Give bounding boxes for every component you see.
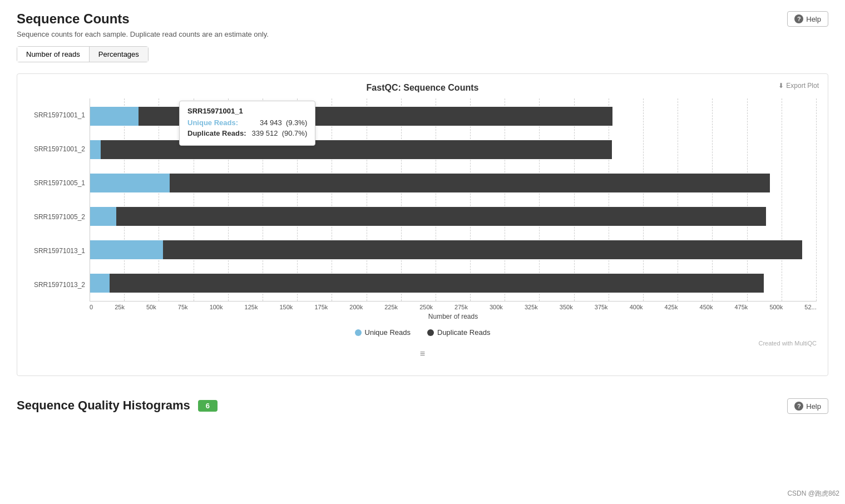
bar-srr15971001-1[interactable] [90,107,612,126]
bar-srr15971013-1[interactable] [90,240,802,259]
tooltip-unique-row: Unique Reads: 34 943 (9.3%) [187,118,307,127]
legend-unique-label: Unique Reads [365,328,411,337]
help-icon: ? [794,14,803,23]
x-axis-label: Number of reads [90,313,817,320]
legend-duplicate-label: Duplicate Reads [437,328,490,337]
bar-srr15971001-2[interactable] [90,140,612,159]
y-label-0: SRR15971001_1 [28,98,85,132]
y-label-4: SRR15971013_1 [28,234,85,268]
unique-bar [90,140,101,159]
chart-panel: FastQC: Sequence Counts ⬇ Export Plot SR… [17,73,828,376]
duplicate-dot [427,329,434,336]
table-row [90,169,817,197]
unique-bar [90,207,116,226]
y-label-2: SRR15971005_1 [28,166,85,200]
tooltip-dup-row: Duplicate Reads: 339 512 (90.7%) [187,129,307,137]
legend-unique: Unique Reads [355,328,411,337]
tooltip-unique-label: Unique Reads: [187,118,238,127]
bottom-section: Sequence Quality Histograms 6 ? Help [17,393,828,414]
page-subtitle: Sequence counts for each sample. Duplica… [17,30,828,38]
bars-and-grid: SRR15971001_1 Unique Reads: 34 943 (9.3%… [90,98,817,302]
export-icon: ⬇ [778,82,784,90]
tab-reads[interactable]: Number of reads [17,47,90,62]
section2-help-label: Help [806,402,821,411]
duplicate-bar [101,140,612,159]
export-plot-button[interactable]: ⬇ Export Plot [778,82,819,90]
unique-bar [90,174,170,192]
y-axis: SRR15971001_1 SRR15971001_2 SRR15971005_… [28,98,90,302]
duplicate-bar [116,207,765,226]
section2-header: Sequence Quality Histograms 6 [17,398,218,413]
chart-title: FastQC: Sequence Counts [28,83,817,93]
bar-srr15971005-2[interactable] [90,207,766,226]
legend-duplicate: Duplicate Reads [427,328,490,337]
bar-srr15971005-1[interactable] [90,174,770,192]
unique-bar [90,240,163,259]
duplicate-bar [110,274,764,293]
section2-help-icon: ? [794,402,803,411]
tab-group: Number of reads Percentages [17,46,149,62]
unique-bar [90,274,110,293]
duplicate-bar [170,174,770,192]
tooltip-unique-value: 34 943 (9.3%) [260,118,307,127]
bars-section: SRR15971001_1 SRR15971001_2 SRR15971005_… [28,98,817,302]
y-label-5: SRR15971013_2 [28,268,85,302]
scrollbar-indicator[interactable]: ≡ [28,349,817,359]
tooltip-dup-value: 339 512 (90.7%) [251,129,307,137]
table-row [90,269,817,298]
help-label: Help [806,15,821,23]
unique-bar [90,107,139,126]
tooltip-title: SRR15971001_1 [187,107,307,115]
tooltip: SRR15971001_1 Unique Reads: 34 943 (9.3%… [179,101,315,146]
unique-dot [355,329,362,336]
section2-title: Sequence Quality Histograms [17,398,190,413]
created-label: Created with MultiQC [28,340,817,347]
y-label-3: SRR15971005_2 [28,200,85,234]
chart-legend: Unique Reads Duplicate Reads [28,328,817,337]
page-title: Sequence Counts [17,11,828,27]
export-label: Export Plot [786,82,819,90]
help-button[interactable]: ? Help [787,11,828,27]
table-row [90,235,817,264]
table-row [90,202,817,231]
y-label-1: SRR15971001_2 [28,132,85,166]
tooltip-dup-label: Duplicate Reads: [187,129,246,137]
duplicate-bar [163,240,802,259]
tab-percentages[interactable]: Percentages [90,47,148,62]
chart-area: SRR15971001_1 SRR15971001_2 SRR15971005_… [28,98,817,347]
bar-srr15971013-2[interactable] [90,274,764,293]
section2-badge: 6 [198,400,218,412]
section2-help-button[interactable]: ? Help [787,398,828,414]
x-axis: 0 25k 50k 75k 100k 125k 150k 175k 200k 2… [90,302,817,310]
